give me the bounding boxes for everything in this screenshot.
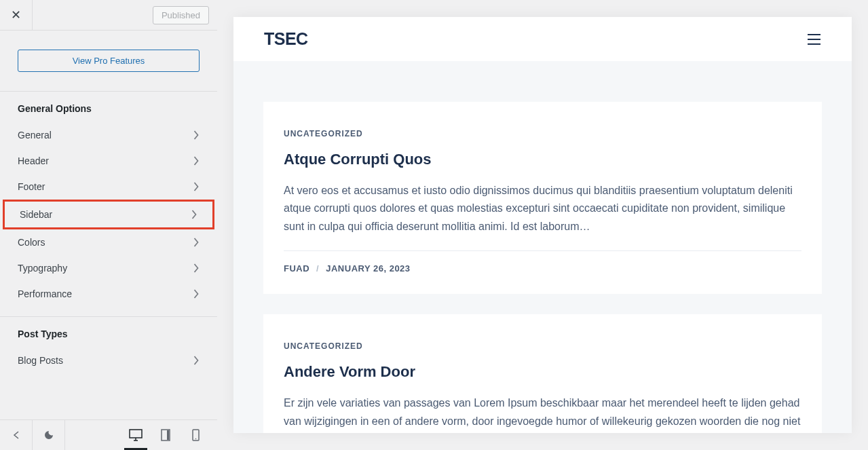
moon-icon [44, 430, 54, 440]
hide-controls-button[interactable] [0, 420, 33, 450]
preview-area: TSEC UNCATEGORIZED Atque Corrupti Quos A… [217, 0, 868, 450]
chevron-right-icon [193, 156, 200, 166]
meta-separator: / [316, 263, 319, 274]
post-category[interactable]: UNCATEGORIZED [284, 341, 801, 351]
option-label: Footer [18, 181, 45, 192]
option-general[interactable]: General [0, 122, 217, 148]
option-label: Typography [18, 263, 67, 274]
svg-rect-2 [167, 430, 169, 440]
mobile-view-button[interactable] [181, 420, 210, 450]
post-meta: FUAD / JANUARY 26, 2023 [284, 250, 801, 274]
option-header[interactable]: Header [0, 148, 217, 174]
desktop-view-button[interactable] [121, 420, 151, 450]
device-toggles [121, 420, 217, 450]
option-label: Performance [18, 288, 72, 299]
menu-toggle-button[interactable] [808, 34, 820, 45]
post-excerpt: At vero eos et accusamus et iusto odio d… [284, 182, 801, 236]
post-title[interactable]: Atque Corrupti Quos [284, 151, 801, 168]
chevron-right-icon [191, 210, 197, 219]
chevron-right-icon [193, 263, 200, 273]
site-header: TSEC [233, 17, 852, 61]
tablet-icon [161, 429, 170, 441]
preview-frame: TSEC UNCATEGORIZED Atque Corrupti Quos A… [233, 17, 852, 433]
desktop-icon [129, 429, 143, 441]
view-pro-features-button[interactable]: View Pro Features [18, 50, 200, 72]
tablet-view-button[interactable] [151, 420, 181, 450]
option-colors[interactable]: Colors [0, 229, 217, 255]
svg-rect-0 [130, 430, 142, 438]
section-header-general: General Options [0, 92, 217, 122]
publish-status-button[interactable]: Published [153, 6, 209, 24]
post-date[interactable]: JANUARY 26, 2023 [326, 263, 410, 274]
option-label: Colors [18, 237, 45, 248]
chevron-right-icon [193, 238, 200, 247]
option-label: Blog Posts [18, 355, 63, 366]
option-label: Sidebar [20, 209, 52, 220]
post-category[interactable]: UNCATEGORIZED [284, 129, 801, 138]
bottom-bar [0, 419, 217, 450]
chevron-right-icon [193, 182, 200, 191]
option-label: Header [18, 155, 49, 166]
post-card: UNCATEGORIZED Atque Corrupti Quos At ver… [263, 102, 822, 294]
post-author[interactable]: FUAD [284, 263, 309, 274]
option-footer[interactable]: Footer [0, 174, 217, 200]
chevron-right-icon [193, 130, 200, 140]
panel-content: General Options General Header Footer Si… [0, 91, 217, 419]
site-title[interactable]: TSEC [264, 29, 308, 49]
post-excerpt: Er zijn vele variaties van passages van … [284, 394, 801, 433]
chevron-right-icon [193, 356, 200, 365]
post-title[interactable]: Andere Vorm Door [284, 363, 801, 381]
close-icon: ✕ [11, 7, 21, 22]
mobile-icon [192, 429, 200, 441]
section-header-post-types: Post Types [0, 317, 217, 348]
option-blog-posts[interactable]: Blog Posts [0, 348, 217, 373]
close-button[interactable]: ✕ [0, 0, 33, 31]
pro-features-section: View Pro Features [0, 31, 217, 91]
dark-mode-button[interactable] [33, 420, 65, 450]
bottom-controls-left [0, 420, 65, 450]
svg-point-4 [195, 438, 196, 440]
option-sidebar[interactable]: Sidebar [3, 200, 214, 229]
option-performance[interactable]: Performance [0, 281, 217, 307]
top-bar: ✕ Published [0, 0, 217, 31]
post-card: UNCATEGORIZED Andere Vorm Door Er zijn v… [263, 314, 822, 433]
site-content: UNCATEGORIZED Atque Corrupti Quos At ver… [233, 61, 852, 433]
chevron-right-icon [193, 289, 200, 299]
option-typography[interactable]: Typography [0, 255, 217, 281]
customizer-panel: ✕ Published View Pro Features General Op… [0, 0, 217, 450]
collapse-icon [12, 430, 21, 440]
hamburger-icon [808, 34, 820, 35]
option-label: General [18, 130, 52, 140]
